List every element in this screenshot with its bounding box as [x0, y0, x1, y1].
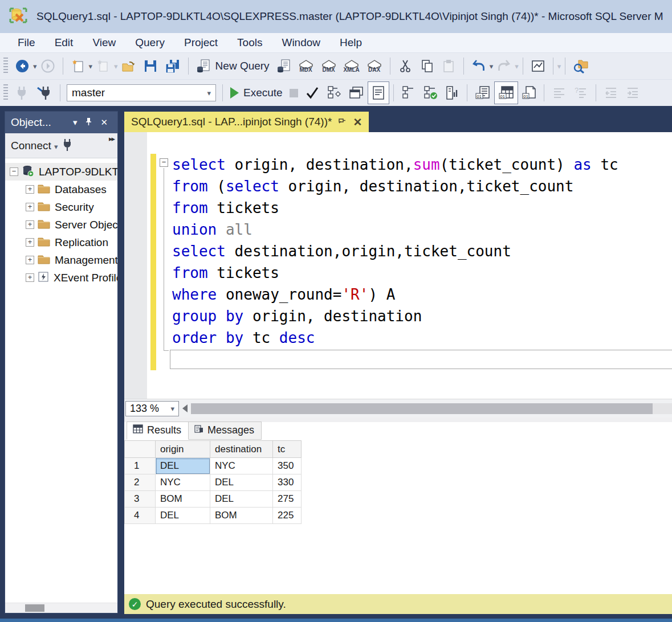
connect-button-disabled[interactable]	[11, 81, 32, 104]
toolbar-grip[interactable]	[3, 84, 8, 101]
query-document-tab[interactable]: SQLQuery1.sql - LAP...ipinjot Singh (74)…	[124, 112, 369, 132]
tree-node-security[interactable]: + Security	[5, 198, 117, 216]
grid-cell[interactable]: NYC	[156, 474, 210, 491]
uncomment-lines-button-disabled[interactable]: ?	[570, 81, 592, 104]
grid-cell[interactable]: 225	[273, 508, 302, 524]
sql-code[interactable]: select origin, destination,sum(ticket_co…	[172, 154, 618, 349]
menu-help[interactable]: Help	[330, 33, 372, 52]
find-in-files-button[interactable]	[569, 55, 592, 77]
tree-node-replication[interactable]: + Replication	[5, 234, 117, 251]
tree-node-server-objects[interactable]: + Server Objects	[5, 216, 117, 234]
grid-cell[interactable]: DEL	[210, 474, 273, 491]
query-with-connection-button[interactable]	[273, 55, 295, 77]
dax-query-button[interactable]: DAX	[363, 59, 386, 73]
object-explorer-header[interactable]: Object... ▾ ✕	[5, 112, 117, 133]
toolbar-grip[interactable]	[3, 58, 8, 75]
tab-messages[interactable]: Messages	[189, 422, 262, 440]
execute-button[interactable]: Execute	[227, 81, 286, 104]
menu-window[interactable]: Window	[272, 33, 330, 52]
cancel-query-button-disabled[interactable]	[286, 81, 302, 104]
navigate-back-button[interactable]	[11, 55, 33, 77]
close-icon[interactable]: ✕	[96, 117, 112, 128]
menu-view[interactable]: View	[83, 33, 125, 52]
tree-node-server[interactable]: − LAPTOP-9DLKTL4O	[5, 163, 117, 181]
menu-file[interactable]: File	[8, 33, 45, 52]
undo-button[interactable]	[468, 55, 490, 77]
toolbar-overflow-caret[interactable]: ▾	[557, 63, 561, 70]
redo-button-disabled[interactable]	[493, 55, 515, 77]
expand-icon[interactable]: +	[26, 220, 34, 229]
grid-cell[interactable]: DEL	[210, 491, 273, 508]
decrease-indent-button-disabled[interactable]	[600, 81, 622, 104]
increase-indent-button-disabled[interactable]	[622, 81, 644, 104]
query-windows-button[interactable]	[345, 81, 368, 104]
grid-cell-selected[interactable]: DEL	[156, 458, 210, 474]
redo-dropdown-caret[interactable]: ▾	[515, 63, 519, 70]
grid-cell[interactable]: 275	[273, 491, 302, 508]
change-connection-button[interactable]	[32, 81, 56, 104]
live-query-statistics-button[interactable]	[420, 81, 441, 104]
object-explorer-hscrollbar[interactable]	[5, 603, 117, 613]
collapse-expander-icon[interactable]: −	[10, 167, 18, 176]
menu-project[interactable]: Project	[174, 33, 227, 52]
editor-zoom-selector[interactable]: 133 % ▾	[125, 401, 179, 416]
include-actual-plan-button[interactable]	[398, 81, 420, 104]
xmla-query-button[interactable]: XMLA	[340, 59, 363, 73]
row-header[interactable]: 2	[125, 474, 156, 491]
expand-icon[interactable]: +	[26, 238, 34, 247]
sql-editor[interactable]: − select origin, destination,sum(ticket_…	[124, 132, 672, 399]
pin-icon[interactable]	[81, 117, 96, 128]
comment-lines-button-disabled[interactable]	[548, 81, 570, 104]
new-file-button[interactable]	[67, 55, 89, 77]
expand-icon[interactable]: +	[26, 273, 34, 282]
row-header[interactable]: 4	[125, 508, 156, 524]
grid-cell[interactable]: BOM	[210, 508, 273, 524]
add-item-button-disabled[interactable]	[92, 55, 114, 77]
row-header[interactable]: 3	[125, 491, 156, 508]
panel-menu-caret-icon[interactable]: ▾	[69, 117, 82, 128]
grid-corner-cell[interactable]	[125, 441, 156, 458]
tree-node-xevent-profiler[interactable]: + XEvent Profiler	[5, 269, 117, 287]
hscroll-left-arrow[interactable]	[182, 404, 188, 412]
toolbar-overflow-chevrons[interactable]: ▸▸	[109, 134, 114, 143]
menu-tools[interactable]: Tools	[227, 33, 272, 52]
tab-close-icon[interactable]: ✕	[353, 116, 362, 129]
results-to-file-button[interactable]: 01	[518, 81, 540, 104]
parse-button[interactable]	[302, 81, 323, 104]
scrollbar-thumb[interactable]	[191, 403, 653, 414]
database-selector[interactable]: master ▾	[67, 84, 216, 101]
results-to-text-button[interactable]: 01	[471, 81, 494, 104]
cut-button[interactable]	[394, 55, 416, 77]
disconnect-icon[interactable]	[62, 138, 73, 154]
column-header-destination[interactable]: destination	[210, 441, 273, 458]
new-query-button[interactable]: New Query	[193, 55, 273, 77]
connect-dropdown[interactable]: Connect ▾	[11, 140, 58, 152]
code-collapse-icon[interactable]: −	[160, 158, 168, 167]
expand-icon[interactable]: +	[26, 203, 34, 211]
save-button[interactable]	[140, 55, 161, 77]
dmx-query-button[interactable]: DMX	[317, 59, 340, 73]
open-file-button[interactable]	[118, 55, 140, 77]
grid-cell[interactable]: BOM	[156, 491, 210, 508]
paste-button-disabled[interactable]	[438, 55, 459, 77]
expand-icon[interactable]: +	[26, 256, 34, 264]
activity-monitor-button[interactable]	[527, 55, 549, 77]
grid-cell[interactable]: DEL	[156, 508, 210, 524]
save-all-button[interactable]	[161, 55, 184, 77]
scrollbar-thumb[interactable]	[25, 604, 44, 612]
menu-query[interactable]: Query	[125, 33, 174, 52]
results-to-grid-button[interactable]: 01	[494, 81, 518, 104]
grid-cell[interactable]: 330	[273, 474, 302, 491]
column-header-origin[interactable]: origin	[156, 441, 210, 458]
grid-cell[interactable]: NYC	[210, 458, 273, 474]
column-header-tc[interactable]: tc	[273, 441, 302, 458]
expand-icon[interactable]: +	[26, 185, 34, 194]
tab-results[interactable]: Results	[127, 422, 189, 440]
client-statistics-button[interactable]	[441, 81, 463, 104]
navigate-forward-button[interactable]	[37, 55, 59, 77]
row-header[interactable]: 1	[125, 458, 156, 474]
mdx-query-button[interactable]: MDX	[295, 59, 317, 73]
grid-cell[interactable]: 350	[273, 458, 302, 474]
tree-node-databases[interactable]: + Databases	[5, 181, 117, 198]
display-estimated-plan-button[interactable]	[323, 81, 345, 104]
